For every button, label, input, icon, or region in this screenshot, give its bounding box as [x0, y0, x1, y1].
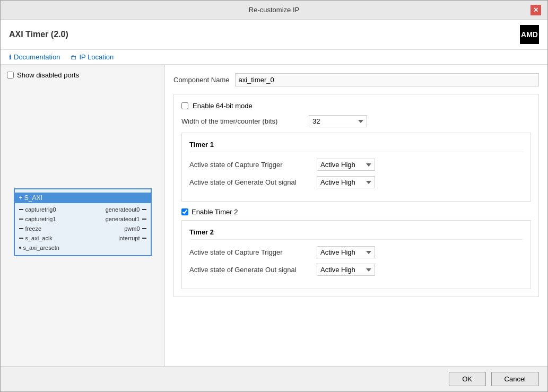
port-line	[142, 209, 146, 210]
list-item: generateout0	[83, 205, 149, 214]
enable-64bit-row: Enable 64-bit mode	[181, 102, 531, 110]
nav-bar: ℹ Documentation 🗀 IP Location	[1, 50, 547, 65]
timer1-section: Timer 1 Active state of Capture Trigger …	[181, 133, 531, 202]
port-dot	[19, 247, 21, 249]
left-panel: Show disabled ports + S_AXI capturetrig0	[1, 65, 165, 366]
ip-block-ports: capturetrig0 generateout0 capturetrig1	[15, 205, 151, 252]
width-label: Width of the timer/counter (bits)	[181, 117, 303, 125]
timer1-generate-select[interactable]: Active High Active Low	[317, 176, 375, 188]
port-line	[19, 228, 23, 229]
list-item: s_axi_aclk	[17, 234, 83, 242]
list-item	[83, 243, 149, 252]
list-item: pwm0	[83, 224, 149, 233]
show-disabled-ports-checkbox[interactable]	[7, 72, 14, 79]
enable-timer2-row: Enable Timer 2	[181, 208, 531, 216]
list-item: s_axi_aresetn	[17, 243, 83, 252]
timer2-capture-label: Active state of Capture Trigger	[189, 248, 311, 256]
show-ports-row: Show disabled ports	[7, 71, 158, 79]
documentation-label: Documentation	[14, 53, 60, 61]
timer2-title: Timer 2	[189, 228, 523, 240]
enable-timer2-label: Enable Timer 2	[192, 208, 238, 216]
component-name-label: Component Name	[173, 76, 230, 84]
s-axi-label: + S_AXI	[19, 194, 42, 202]
timer1-capture-row: Active state of Capture Trigger Active H…	[189, 159, 523, 171]
config-section: Enable 64-bit mode Width of the timer/co…	[173, 94, 539, 297]
app-title: AXI Timer (2.0)	[9, 30, 68, 39]
enable-64bit-label: Enable 64-bit mode	[193, 102, 253, 110]
documentation-link[interactable]: ℹ Documentation	[9, 53, 60, 61]
list-item: freeze	[17, 224, 83, 233]
ip-location-label: IP Location	[79, 53, 114, 61]
header-bar: AXI Timer (2.0) AMD	[1, 20, 547, 50]
list-item: capturetrig0	[17, 205, 83, 214]
timer2-section: Timer 2 Active state of Capture Trigger …	[181, 220, 531, 289]
dialog: Re-customize IP ✕ AXI Timer (2.0) AMD ℹ …	[0, 0, 548, 392]
port-line	[19, 238, 23, 239]
folder-icon: 🗀	[71, 54, 77, 61]
dialog-title: Re-customize IP	[18, 6, 530, 14]
timer1-capture-label: Active state of Capture Trigger	[189, 161, 311, 169]
timer2-capture-select[interactable]: Active High Active Low	[317, 246, 375, 258]
component-name-input[interactable]	[235, 73, 540, 86]
enable-64bit-checkbox[interactable]	[181, 102, 188, 109]
close-button[interactable]: ✕	[530, 5, 541, 15]
component-name-row: Component Name	[173, 73, 539, 86]
port-line	[142, 228, 146, 229]
list-item: capturetrig1	[17, 215, 83, 223]
ip-block: + S_AXI capturetrig0 generateout0	[14, 188, 152, 256]
show-disabled-ports-label: Show disabled ports	[17, 71, 79, 79]
content-area: Show disabled ports + S_AXI capturetrig0	[1, 65, 547, 366]
timer2-capture-row: Active state of Capture Trigger Active H…	[189, 246, 523, 258]
timer1-generate-row: Active state of Generate Out signal Acti…	[189, 176, 523, 188]
port-line	[142, 219, 146, 220]
info-icon: ℹ	[9, 54, 12, 61]
list-item: generateout1	[83, 215, 149, 223]
width-select[interactable]: 32 64	[309, 115, 367, 127]
ok-button[interactable]: OK	[449, 372, 486, 386]
port-line	[19, 219, 23, 220]
amd-logo: AMD	[520, 25, 539, 44]
timer2-generate-row: Active state of Generate Out signal Acti…	[189, 264, 523, 276]
bottom-bar: OK Cancel	[1, 366, 547, 391]
timer1-title: Timer 1	[189, 141, 523, 152]
ip-block-container: + S_AXI capturetrig0 generateout0	[7, 84, 158, 360]
width-row: Width of the timer/counter (bits) 32 64	[181, 115, 531, 127]
cancel-button[interactable]: Cancel	[491, 372, 539, 386]
ip-location-link[interactable]: 🗀 IP Location	[71, 53, 114, 61]
enable-timer2-checkbox[interactable]	[181, 208, 188, 215]
timer2-generate-select[interactable]: Active High Active Low	[317, 264, 375, 276]
timer2-generate-label: Active state of Generate Out signal	[189, 266, 311, 274]
ip-block-header: + S_AXI	[15, 193, 151, 203]
list-item: interrupt	[83, 234, 149, 242]
timer1-capture-select[interactable]: Active High Active Low	[317, 159, 375, 171]
right-panel: Component Name Enable 64-bit mode Width …	[165, 65, 547, 366]
title-bar: Re-customize IP ✕	[1, 1, 547, 20]
port-line	[19, 209, 23, 210]
timer1-generate-label: Active state of Generate Out signal	[189, 178, 311, 186]
port-line	[142, 238, 146, 239]
